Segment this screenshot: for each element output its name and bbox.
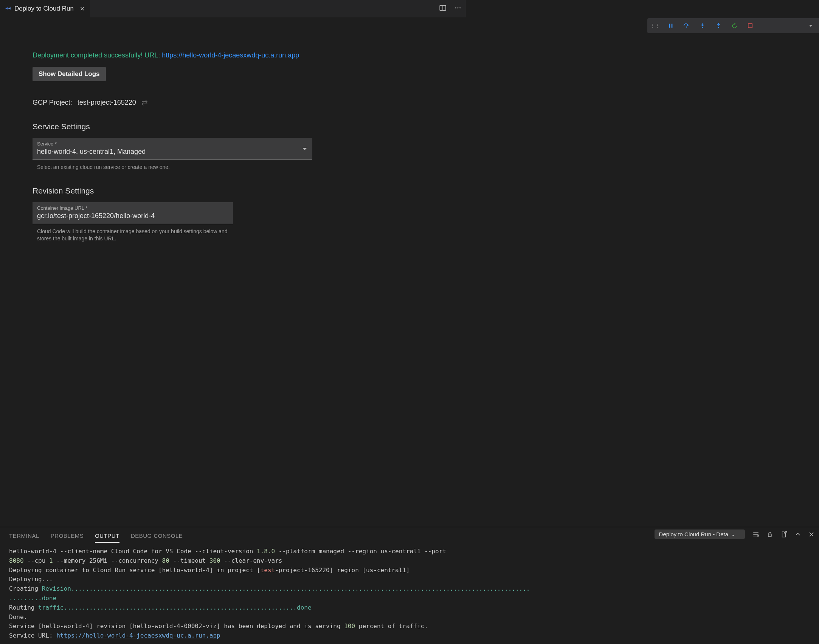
- split-editor-icon[interactable]: [437, 2, 448, 15]
- tabbar-actions: [437, 0, 464, 17]
- container-hint: Cloud Code will build the container imag…: [33, 228, 229, 243]
- more-icon[interactable]: [452, 2, 464, 15]
- tab-label: Deploy to Cloud Run: [14, 5, 74, 12]
- container-field-label: Container image URL *: [37, 205, 228, 211]
- deploy-form: Deployment completed successfully! URL: …: [0, 17, 466, 267]
- container-field-value: gcr.io/test-project-165220/hello-world-4: [37, 212, 228, 220]
- revision-settings-heading: Revision Settings: [33, 186, 433, 195]
- container-image-input[interactable]: Container image URL * gcr.io/test-projec…: [33, 202, 233, 224]
- status-message: Deployment completed successfully! URL: …: [33, 51, 433, 59]
- service-settings-heading: Service Settings: [33, 122, 433, 131]
- gcp-project-label: GCP Project:: [33, 99, 72, 107]
- svg-point-4: [459, 8, 461, 9]
- service-select[interactable]: Service * hello-world-4, us-central1, Ma…: [33, 138, 312, 160]
- service-field-value: hello-world-4, us-central1, Managed: [37, 148, 308, 156]
- tab-deploy-cloud-run[interactable]: Deploy to Cloud Run ✕: [0, 0, 90, 17]
- gcp-project-row: GCP Project: test-project-165220 ⇄: [33, 98, 433, 107]
- show-detailed-logs-button[interactable]: Show Detailed Logs: [33, 67, 106, 81]
- editor-tab-bar: Deploy to Cloud Run ✕: [0, 0, 466, 17]
- close-icon[interactable]: ✕: [79, 5, 85, 13]
- status-text: Deployment completed successfully! URL:: [33, 51, 162, 59]
- gcp-project-value: test-project-165220: [78, 99, 136, 107]
- svg-point-3: [458, 8, 459, 9]
- service-hint: Select an existing cloud run service or …: [33, 164, 229, 171]
- cloud-run-icon: [5, 5, 11, 12]
- deployment-url-link[interactable]: https://hello-world-4-jecaesxwdq-uc.a.ru…: [162, 51, 299, 59]
- service-field-label: Service *: [37, 141, 308, 147]
- chevron-down-icon: [302, 148, 307, 150]
- swap-project-icon[interactable]: ⇄: [141, 98, 148, 107]
- svg-point-2: [455, 8, 456, 9]
